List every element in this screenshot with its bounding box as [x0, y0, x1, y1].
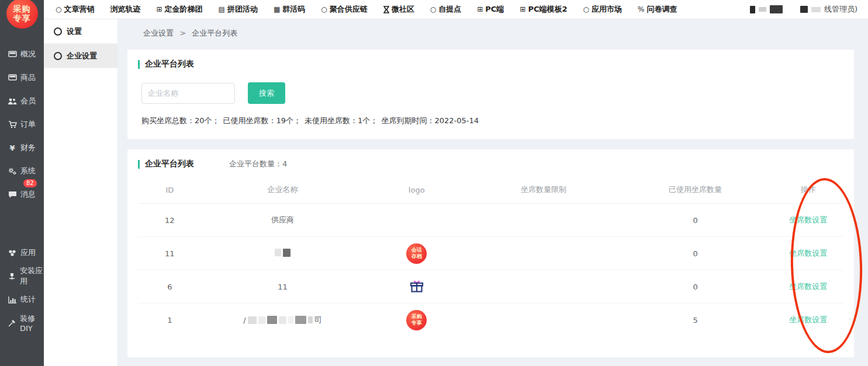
company-name-input[interactable] [141, 83, 235, 104]
subsidebar-item-企业设置[interactable]: 企业设置 [44, 44, 117, 68]
message-count-badge: 82 [23, 179, 37, 187]
seat-stat-2: 未使用坐席数：1个； [305, 116, 378, 125]
redaction-block [786, 8, 797, 11]
nav-item-PC端模板2[interactable]: ⊞PC端模板2 [520, 4, 567, 15]
company-name-content: /司 [243, 315, 321, 325]
sidebar-item-商品[interactable]: 商品 [0, 66, 44, 89]
sidebar-item-应用[interactable]: 应用 [0, 241, 44, 264]
company-name-text: / [243, 316, 245, 325]
seat-stat-1: 已使用坐席数：19个； [223, 116, 302, 125]
logo-badge-line: 会话 [411, 247, 422, 253]
seat-settings-link[interactable]: 坐席数设置 [789, 282, 827, 291]
search-button[interactable]: 搜索 [248, 82, 285, 104]
logo-badge-line: 专享 [411, 320, 422, 326]
table-row: 6110坐席数设置 [138, 270, 843, 304]
stats-icon [8, 296, 17, 304]
nav-item-label: 微社区 [392, 4, 414, 15]
redaction-block [770, 5, 783, 13]
sidebar-item-label: 统计 [20, 294, 36, 305]
nav-item-文章营销[interactable]: ○文章营销 [56, 4, 94, 15]
table-row: 11会话存档0坐席数设置 [138, 237, 843, 270]
overview-icon [8, 51, 17, 58]
radio-circle-icon [54, 52, 62, 60]
company-logo-badge: 会话存档 [406, 243, 427, 264]
cell-action: 坐席数设置 [773, 270, 843, 304]
cell-used-seats: 5 [618, 304, 773, 337]
app-logo[interactable]: 采购 专享 [6, 0, 38, 29]
cell-action: 坐席数设置 [773, 304, 843, 337]
section-accent-bar [138, 160, 140, 169]
sidebar-item-装修DIY[interactable]: 装修DIY [0, 311, 44, 334]
logo-badge-line: 采购 [411, 313, 422, 320]
redaction-block [308, 316, 313, 323]
nav-item-label: 应用市场 [592, 4, 622, 15]
nav-item-群活码[interactable]: ▦群活码 [274, 4, 305, 15]
sidebar-item-概况[interactable]: 概况 [0, 43, 44, 66]
redaction-block [288, 316, 293, 323]
sidebar-item-安装应用[interactable]: 安装应用 [0, 264, 44, 288]
cell-used-seats: 0 [618, 270, 773, 304]
sidebar-item-label: 装修DIY [20, 313, 44, 333]
seat-settings-link[interactable]: 坐席数设置 [789, 315, 827, 324]
finance-icon: ¥ [8, 144, 17, 152]
cell-logo: 采购专享 [364, 304, 469, 337]
sidebar-item-会员[interactable]: 会员 [0, 89, 44, 113]
breadcrumb-item-parent[interactable]: 企业设置 [143, 29, 174, 37]
subsidebar-item-label: 设置 [67, 26, 82, 37]
user-account[interactable]: 线管理员) [750, 4, 868, 15]
cell-seat-limit [469, 304, 617, 337]
company-name-text: 11 [278, 283, 288, 291]
nav-item-聚合供应链[interactable]: ○聚合供应链 [321, 4, 367, 15]
link-icon: % [638, 6, 644, 13]
image-icon: ▤ [219, 6, 225, 13]
search-card: 企业平台列表 搜索 购买坐席总数：20个；已使用坐席数：19个；未使用坐席数：1… [127, 50, 854, 139]
logo-badge-line: 存档 [411, 253, 422, 260]
search-card-title: 企业平台列表 [138, 59, 843, 69]
nav-item-定金阶梯团[interactable]: ⊞定金阶梯团 [156, 4, 202, 15]
nav-item-PC端[interactable]: ⊞PC端 [477, 4, 504, 15]
platform-list-title-text: 企业平台列表 [145, 159, 194, 169]
platform-count-label: 企业平台数量：4 [229, 159, 287, 169]
sidebar-item-消息[interactable]: 消息82 [0, 183, 44, 206]
table-row: 12供应商0坐席数设置 [138, 204, 843, 237]
nav-item-自提点[interactable]: ○自提点 [430, 4, 461, 15]
redaction-block [811, 7, 821, 12]
sidebar-item-统计[interactable]: 统计 [0, 288, 44, 311]
sidebar-item-财务[interactable]: ¥财务 [0, 136, 44, 159]
seat-settings-link[interactable]: 坐席数设置 [789, 215, 827, 224]
sidebar-item-系统[interactable]: 系统 [0, 159, 44, 183]
nav-item-拼团活动[interactable]: ▤拼团活动 [219, 4, 258, 15]
main-sidebar: 采购 专享 概况商品会员订单¥财务系统消息82应用安装应用统计装修DIY [0, 0, 44, 366]
subsidebar-item-设置[interactable]: 设置 [44, 19, 117, 44]
nav-item-label: 自提点 [438, 4, 461, 15]
seat-settings-link[interactable]: 坐席数设置 [789, 249, 827, 257]
circle-icon: ○ [583, 6, 589, 13]
apps-icon [8, 249, 17, 257]
cell-logo [364, 270, 469, 304]
nav-item-应用市场[interactable]: ○应用市场 [583, 4, 622, 15]
sidebar-item-订单[interactable]: 订单 [0, 113, 44, 136]
redaction-block [248, 316, 257, 324]
breadcrumb-item-current: 企业平台列表 [192, 29, 237, 37]
nav-item-浏览轨迹[interactable]: 浏览轨迹 [110, 4, 140, 15]
breadcrumb: 企业设置 > 企业平台列表 [117, 19, 868, 39]
cell-logo: 会话存档 [364, 237, 469, 270]
nav-item-问卷调查[interactable]: %问卷调查 [638, 4, 677, 15]
main-content: 企业设置 > 企业平台列表 企业平台列表 搜索 购买坐席总数：20个；已使用坐席… [117, 19, 868, 366]
app-logo-line1: 采购 [13, 4, 31, 13]
cell-logo [364, 204, 469, 237]
column-header-操作: 操作 [773, 177, 843, 204]
system-icon [8, 168, 17, 175]
redaction-block [258, 316, 265, 324]
user-role-text: 线管理员) [824, 4, 857, 15]
company-logo-badge: 采购专享 [406, 310, 427, 330]
nav-item-label: 拼团活动 [227, 4, 258, 15]
circle-icon: ○ [430, 6, 436, 13]
nav-item-微社区[interactable]: 微社区 [383, 4, 414, 15]
nav-item-label: 群活码 [282, 4, 305, 15]
subsidebar-item-label: 企业设置 [67, 51, 97, 61]
sidebar-item-label: 订单 [20, 119, 36, 130]
sidebar-item-label: 商品 [20, 72, 36, 83]
nav-item-label: 定金阶梯团 [165, 4, 203, 15]
nav-item-label: 聚合供应链 [330, 4, 368, 15]
